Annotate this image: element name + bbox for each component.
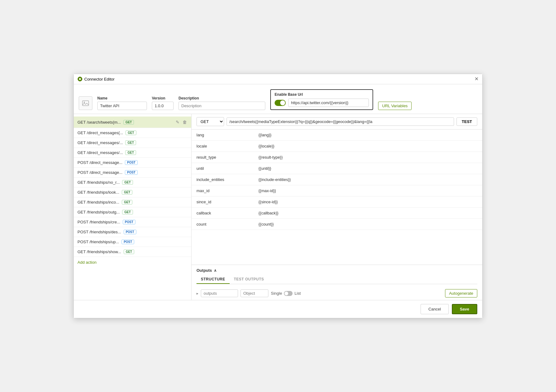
param-value: {{max-id}} xyxy=(258,188,477,193)
param-value: {{locale}} xyxy=(258,144,477,148)
param-value: {{lang}} xyxy=(258,133,477,137)
sidebar-item-left: POST /friendships/des... POST xyxy=(77,230,188,234)
outputs-name-input[interactable] xyxy=(201,289,238,297)
method-select[interactable]: GET POST PUT DELETE PATCH xyxy=(196,117,224,126)
svg-rect-2 xyxy=(82,101,89,106)
save-button[interactable]: Save xyxy=(452,304,477,314)
sidebar: GET /search/tweets{m... GET ✎ 🗑 GET /dir… xyxy=(74,114,192,300)
sidebar-item[interactable]: POST /direct_message... POST xyxy=(74,168,191,178)
sidebar-item[interactable]: GET /direct_messages{... GET xyxy=(74,128,191,138)
param-row: lang {{lang}} xyxy=(192,130,482,141)
expand-icon[interactable]: ▸ xyxy=(196,291,198,296)
sidebar-item-name: POST /friendships/up... xyxy=(77,240,119,244)
name-input[interactable] xyxy=(97,102,147,110)
method-badge: POST xyxy=(121,240,134,244)
sidebar-item[interactable]: GET /friendships/outg... GET xyxy=(74,207,191,217)
sidebar-item-name: GET /search/tweets{m... xyxy=(77,120,121,125)
connector-editor-window: Connector Editor ✕ Name Version Descript… xyxy=(73,74,483,318)
sidebar-item-name: GET /friendships/no_r... xyxy=(77,180,120,185)
sidebar-item-left: GET /direct_messages{... GET xyxy=(77,130,188,135)
param-value: {{since-id}} xyxy=(258,200,477,204)
sidebar-item-left: GET /friendships/look... GET xyxy=(77,190,188,195)
base-url-label: Enable Base Url xyxy=(275,92,369,97)
sidebar-item[interactable]: GET /direct_messages/... GET xyxy=(74,138,191,148)
method-badge: POST xyxy=(124,230,136,234)
name-label: Name xyxy=(97,96,147,100)
version-input[interactable] xyxy=(152,102,174,110)
cancel-button[interactable]: Cancel xyxy=(421,304,448,314)
add-action-button[interactable]: Add action xyxy=(74,257,100,268)
tab-test-outputs[interactable]: TEST OUTPUTS xyxy=(230,275,268,284)
method-badge: GET xyxy=(125,140,136,145)
svg-point-1 xyxy=(79,78,81,80)
sidebar-item-name: POST /direct_message... xyxy=(77,160,122,165)
base-url-row xyxy=(275,99,369,107)
sidebar-item[interactable]: POST /friendships/des... POST xyxy=(74,227,191,237)
single-list-switch[interactable] xyxy=(284,291,293,296)
param-value: {{include-entities}} xyxy=(258,177,477,182)
image-icon xyxy=(82,99,89,107)
sidebar-items-container: GET /search/tweets{m... GET ✎ 🗑 GET /dir… xyxy=(74,117,191,257)
param-row: result_type {{result-type}} xyxy=(192,152,482,163)
single-list-toggle: Single List xyxy=(271,291,301,296)
titlebar: Connector Editor ✕ xyxy=(74,74,482,84)
param-name: result_type xyxy=(196,155,258,160)
outputs-section: Outputs ∧ STRUCTURE TEST OUTPUTS ▸ Singl… xyxy=(192,265,482,300)
sidebar-item[interactable]: GET /search/tweets{m... GET ✎ 🗑 xyxy=(74,117,191,128)
sidebar-item[interactable]: POST /friendships/up... POST xyxy=(74,237,191,247)
param-value: {{until}} xyxy=(258,166,477,171)
base-url-input[interactable] xyxy=(288,99,369,107)
param-name: include_entities xyxy=(196,177,258,182)
sidebar-item-left: POST /direct_message... POST xyxy=(77,170,188,175)
sidebar-item[interactable]: GET /friendships/look... GET xyxy=(74,187,191,197)
outputs-chevron-up-icon[interactable]: ∧ xyxy=(214,268,217,273)
param-row: count {{count}} xyxy=(192,219,482,230)
edit-icon[interactable]: ✎ xyxy=(175,119,180,125)
sidebar-item-left: GET /search/tweets{m... GET xyxy=(77,120,175,125)
name-field: Name xyxy=(97,96,147,110)
autogenerate-button[interactable]: Autogenerate xyxy=(445,289,477,297)
test-button[interactable]: TEST xyxy=(457,117,477,126)
titlebar-left: Connector Editor xyxy=(77,77,115,81)
method-badge: POST xyxy=(123,220,135,224)
sidebar-item-left: POST /friendships/cre... POST xyxy=(77,220,188,224)
param-name: count xyxy=(196,222,258,227)
sidebar-item[interactable]: GET /friendships/inco... GET xyxy=(74,197,191,207)
param-row: locale {{locale}} xyxy=(192,141,482,152)
param-name: locale xyxy=(196,144,258,148)
close-button[interactable]: ✕ xyxy=(474,77,479,81)
sidebar-item-left: GET /friendships/show... GET xyxy=(77,249,188,254)
connector-icon-box[interactable] xyxy=(79,96,92,110)
url-variables-button[interactable]: URL Variables xyxy=(378,102,412,110)
svg-point-3 xyxy=(84,102,85,103)
sidebar-item[interactable]: GET /direct_messages/... GET xyxy=(74,148,191,158)
sidebar-item-name: GET /direct_messages{... xyxy=(77,130,123,135)
description-input[interactable] xyxy=(179,102,265,110)
delete-icon[interactable]: 🗑 xyxy=(182,119,188,125)
method-badge: GET xyxy=(122,190,133,195)
sidebar-item[interactable]: POST /direct_message... POST xyxy=(74,158,191,168)
sidebar-item-left: GET /friendships/inco... GET xyxy=(77,200,188,205)
param-name: lang xyxy=(196,133,258,137)
description-label: Description xyxy=(179,96,265,100)
param-name: max_id xyxy=(196,188,258,193)
outputs-type-input[interactable] xyxy=(240,289,268,297)
sidebar-item-left: GET /friendships/no_r... GET xyxy=(77,180,188,185)
sidebar-item[interactable]: GET /friendships/no_r... GET xyxy=(74,178,191,187)
base-url-toggle[interactable] xyxy=(275,100,286,106)
tab-structure[interactable]: STRUCTURE xyxy=(196,275,230,284)
endpoint-input[interactable] xyxy=(227,117,454,126)
method-badge: GET xyxy=(122,200,133,205)
sidebar-item[interactable]: POST /friendships/cre... POST xyxy=(74,217,191,227)
sidebar-item[interactable]: GET /friendships/show... GET xyxy=(74,247,191,257)
param-name: callback xyxy=(196,211,258,215)
param-name: since_id xyxy=(196,200,258,204)
base-url-section: Enable Base Url xyxy=(270,89,373,110)
sidebar-item-left: GET /direct_messages/... GET xyxy=(77,150,188,155)
endpoint-bar: GET POST PUT DELETE PATCH TEST xyxy=(192,114,482,130)
version-label: Version xyxy=(152,96,174,100)
sidebar-item-left: POST /direct_message... POST xyxy=(77,160,188,165)
params-table: lang {{lang}} locale {{locale}} result_t… xyxy=(192,130,482,265)
outputs-header: Outputs ∧ xyxy=(196,268,477,273)
single-label: Single xyxy=(271,291,282,296)
